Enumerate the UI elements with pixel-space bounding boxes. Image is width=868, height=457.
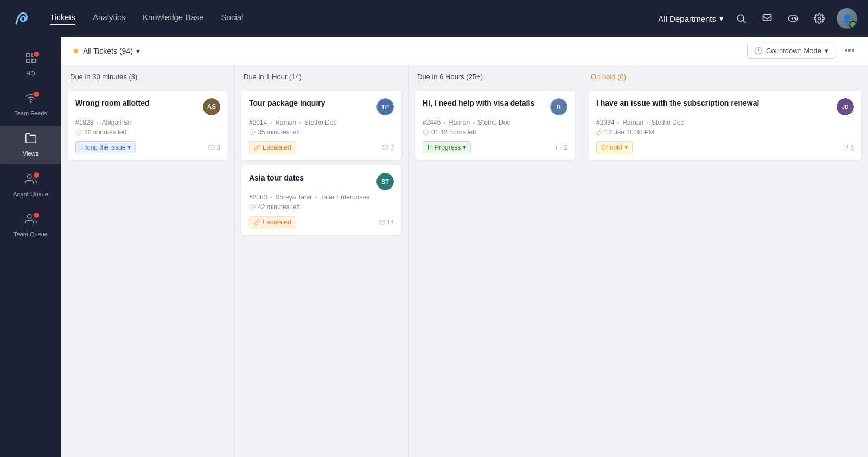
svg-line-1 — [743, 21, 746, 23]
card-time-2446: 01:12 hours left — [423, 128, 567, 136]
card-top-2446: Hi, I need help with visa details R — [423, 98, 567, 115]
top-navigation: Tickets Analytics Knowledge Base Social … — [0, 0, 868, 37]
views-icon — [25, 132, 37, 147]
user-avatar[interactable]: 👤 — [837, 8, 857, 29]
svg-rect-10 — [31, 59, 35, 62]
svg-point-6 — [818, 17, 821, 20]
department-selector[interactable]: All Departments ▾ — [658, 14, 724, 23]
status-badge-2934[interactable]: Onhold ▾ — [596, 141, 633, 153]
card-meta-2446: #2446 Raman Stetho Doc — [423, 119, 567, 126]
sidebar-agent-queue-label: Agent Queue — [13, 191, 48, 198]
main-layout: HQ Team Feeds Views Agent Queue — [0, 37, 868, 457]
ticket-card-2014[interactable]: Tour package inquiry TP #2014 Raman — [241, 91, 401, 160]
ticket-num: #1828 — [75, 119, 93, 126]
logo[interactable] — [11, 8, 33, 29]
nav-knowledge-base[interactable]: Knowledge Base — [143, 12, 204, 25]
team-queue-icon — [25, 213, 37, 228]
card-footer-2446: In Progress ▾ 2 — [423, 141, 567, 153]
ticket-card-2934[interactable]: I have an issue with the subscription re… — [589, 91, 861, 160]
search-icon[interactable] — [732, 10, 750, 27]
countdown-icon: 🕐 — [754, 47, 763, 55]
ticket-num-2014: #2014 — [249, 119, 267, 126]
card-time-2934: 12 Jan 10:30 PM — [596, 128, 854, 136]
team-feeds-badge — [33, 91, 40, 98]
avatar-circle-2934: JD — [837, 98, 854, 115]
svg-text:JD: JD — [842, 104, 849, 110]
card-top-2083: Asia tour dates ST — [249, 173, 394, 190]
nav-social[interactable]: Social — [221, 12, 244, 25]
team-queue-badge — [33, 211, 40, 219]
column-due-30: Due in 30 minutes (3) Wrong room allotte… — [61, 65, 235, 457]
card-footer-2934: Onhold ▾ 6 — [596, 141, 854, 153]
card-counts-2014: 3 — [382, 144, 394, 151]
status-label-2014: Escalated — [263, 144, 291, 151]
agent-queue-icon — [25, 173, 37, 188]
all-tickets-button[interactable]: ★ All Tickets (94) ▾ — [72, 46, 140, 56]
column-due-6hr: Due in 6 Hours (25+) Hi, I need help wit… — [409, 65, 582, 457]
card-top-2014: Tour package inquiry TP — [249, 98, 394, 115]
sidebar-item-hq[interactable]: HQ — [0, 46, 61, 83]
settings-icon[interactable] — [810, 10, 828, 27]
column-on-hold-cards: I have an issue with the subscription re… — [582, 86, 868, 164]
column-due-1hr-header: Due in 1 Hour (14) — [235, 65, 408, 86]
more-options-button[interactable]: ••• — [842, 43, 857, 59]
card-counts: 3 — [208, 144, 220, 151]
sidebar-item-team-queue[interactable]: Team Queue — [0, 207, 61, 244]
svg-text:R: R — [557, 104, 561, 110]
svg-text:ST: ST — [381, 178, 389, 185]
card-avatar-2446: R — [550, 98, 567, 115]
status-badge[interactable]: Fixing the issue ▾ — [75, 141, 136, 153]
sidebar-team-feeds-label: Team Feeds — [14, 110, 47, 117]
card-meta: #1828 Abigail Sm — [75, 119, 220, 126]
card-time-2014: 35 minutes left — [249, 128, 394, 136]
sidebar-item-views[interactable]: Views — [0, 126, 61, 164]
card-top: Wrong room allotted AS — [75, 98, 220, 115]
svg-rect-7 — [26, 54, 29, 57]
email-count-val: 3 — [216, 144, 220, 151]
svg-point-5 — [795, 18, 796, 20]
status-badge-2083[interactable]: Escalated — [249, 216, 296, 228]
sidebar-hq-label: HQ — [26, 70, 35, 77]
card-avatar: AS — [203, 98, 220, 115]
svg-text:TP: TP — [381, 104, 389, 110]
status-badge-2014[interactable]: Escalated — [249, 141, 296, 153]
hq-icon — [25, 52, 37, 67]
svg-point-11 — [30, 102, 31, 103]
email-count: 3 — [208, 144, 220, 151]
email-count-2014: 3 — [382, 144, 394, 151]
agent-2014: Raman — [275, 119, 296, 126]
column-due-30-cards: Wrong room allotted AS #1828 Abigail Sm — [61, 86, 234, 164]
sidebar-team-queue-label: Team Queue — [14, 231, 48, 238]
nav-analytics[interactable]: Analytics — [93, 12, 125, 25]
column-due-1hr: Due in 1 Hour (14) Tour package inquiry … — [235, 65, 409, 457]
sub-header-right: 🕐 Countdown Mode ▾ ••• — [747, 43, 857, 59]
sidebar: HQ Team Feeds Views Agent Queue — [0, 37, 61, 457]
ticket-card-1828[interactable]: Wrong room allotted AS #1828 Abigail Sm — [68, 91, 228, 160]
main-content: ★ All Tickets (94) ▾ 🕐 Countdown Mode ▾ … — [61, 37, 868, 457]
sidebar-item-agent-queue[interactable]: Agent Queue — [0, 166, 61, 204]
compose-icon[interactable] — [758, 10, 776, 27]
countdown-arrow: ▾ — [825, 47, 828, 55]
game-icon[interactable] — [784, 10, 802, 27]
agent-name: Abigail Sm — [101, 119, 132, 126]
sidebar-item-team-feeds[interactable]: Team Feeds — [0, 86, 61, 124]
card-avatar-2934: JD — [837, 98, 854, 115]
stetho-2014: Stetho Doc — [304, 119, 336, 126]
card-top-2934: I have an issue with the subscription re… — [596, 98, 854, 115]
dept-chevron-icon: ▾ — [719, 14, 724, 23]
time-2014: 35 minutes left — [258, 128, 300, 136]
countdown-mode-button[interactable]: 🕐 Countdown Mode ▾ — [747, 43, 835, 59]
card-title-2083: Asia tour dates — [249, 173, 376, 184]
card-meta-2934: #2934 Raman Stetho Doc — [596, 119, 854, 126]
avatar-circle-2014: TP — [376, 98, 394, 115]
card-title-2934: I have an issue with the subscription re… — [596, 98, 837, 109]
sub-header: ★ All Tickets (94) ▾ 🕐 Countdown Mode ▾ … — [61, 37, 868, 65]
nav-tickets[interactable]: Tickets — [50, 12, 75, 25]
card-title-2014: Tour package inquiry — [249, 98, 376, 109]
ticket-card-2446[interactable]: Hi, I need help with visa details R #244… — [415, 91, 575, 160]
card-meta-2014: #2014 Raman Stetho Doc — [249, 119, 394, 126]
ticket-card-2083[interactable]: Asia tour dates ST #2083 Shreya Tater — [241, 165, 401, 235]
card-title: Wrong room allotted — [75, 98, 203, 109]
status-badge-2446[interactable]: In Progress ▾ — [423, 141, 471, 153]
card-footer: Fixing the issue ▾ 3 — [75, 141, 220, 153]
